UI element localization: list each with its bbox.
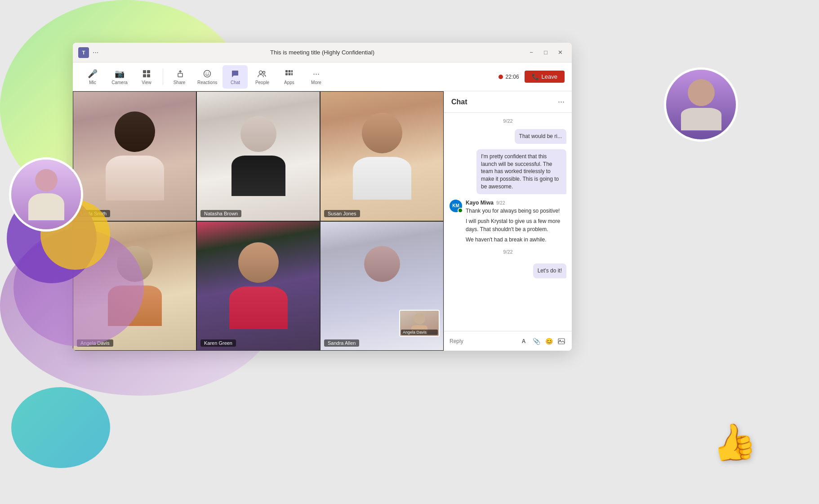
chat-bubble-3: Let's do it!	[533, 263, 566, 278]
kayo-meta: Kayo Miwa 9/22	[466, 200, 566, 206]
leave-phone-icon: 📞	[532, 73, 539, 80]
toolbar-apps[interactable]: Apps	[276, 65, 302, 89]
window-controls: − □ ✕	[525, 46, 566, 59]
image-icon[interactable]	[556, 336, 566, 346]
kayo-text-1: Thank you for always being so positive!	[466, 207, 566, 215]
toolbar-camera[interactable]: 📷 Camera	[107, 65, 132, 89]
toolbar-view[interactable]: View	[134, 65, 159, 89]
chat-msg-right-3: Let's do it!	[450, 263, 566, 278]
teams-logo: T	[78, 47, 89, 58]
toolbar-mic[interactable]: 🎤 Mic	[80, 65, 105, 89]
toolbar-share[interactable]: Share	[167, 65, 192, 89]
reactions-icon	[202, 68, 213, 79]
chat-icon	[230, 68, 240, 79]
chat-msg-right-2: I'm pretty confident that this launch wi…	[450, 149, 566, 194]
share-label: Share	[174, 80, 186, 85]
chat-bubble-2: I'm pretty confident that this launch wi…	[476, 149, 566, 194]
chat-reply-input[interactable]	[450, 338, 517, 344]
more-reply-icon[interactable]: ···	[569, 336, 572, 346]
more-icon: ···	[311, 68, 321, 79]
title-bar-dots[interactable]: ···	[93, 49, 98, 57]
kayo-online-badge	[458, 208, 463, 213]
svg-rect-12	[291, 70, 293, 72]
kayo-time: 9/22	[496, 201, 505, 205]
apps-label: Apps	[284, 80, 294, 85]
video-cell-susan: Susan Jones	[320, 91, 444, 221]
chat-more-button[interactable]: ···	[558, 97, 565, 107]
svg-rect-2	[143, 74, 146, 77]
chat-date-2: 9/22	[450, 249, 566, 254]
minimize-button[interactable]: −	[525, 46, 538, 59]
chat-reply-bar: A 📎 😊 ···	[444, 331, 572, 351]
svg-rect-11	[289, 70, 291, 72]
reactions-label: Reactions	[197, 80, 217, 85]
leave-label: Leave	[542, 73, 557, 80]
toolbar-more[interactable]: ··· More	[303, 65, 329, 89]
mic-icon: 🎤	[87, 68, 98, 79]
chat-bubble-1: That would be ri...	[515, 129, 566, 144]
svg-point-9	[263, 71, 265, 74]
video-cell-sandra: Angela Davis Sandra Allen	[320, 221, 444, 351]
share-icon	[174, 68, 185, 79]
recording-timer: 22:06	[506, 74, 519, 80]
view-icon	[141, 68, 152, 79]
svg-rect-10	[285, 70, 288, 72]
teams-window: T ··· This is meeting title (Highly Conf…	[73, 43, 572, 351]
attach-icon[interactable]: 📎	[531, 336, 541, 346]
video-cell-linda: Linda Smith	[73, 91, 196, 221]
toolbar-separator	[163, 69, 163, 85]
svg-rect-15	[291, 73, 293, 76]
view-label: View	[142, 80, 151, 85]
toolbar: 🎤 Mic 📷 Camera View	[73, 62, 572, 91]
format-icon[interactable]: A	[519, 336, 529, 346]
label-sandra: Sandra Allen	[324, 339, 359, 347]
window-title: This is meeting title (Highly Confidenti…	[270, 49, 374, 56]
apps-icon	[284, 68, 294, 79]
maximize-button[interactable]: □	[539, 46, 552, 59]
angela-davis-thumbnail: Angela Davis	[399, 310, 440, 337]
kayo-text-3: We haven't had a break in awhile.	[466, 236, 566, 244]
camera-icon: 📷	[114, 68, 125, 79]
toolbar-chat[interactable]: Chat	[223, 65, 248, 89]
emoji-icon[interactable]: 😊	[544, 336, 554, 346]
chat-panel: Chat ··· 9/22 That would be ri... I'm pr…	[444, 91, 572, 351]
video-cell-karen: Karen Green	[196, 221, 320, 351]
content-area: Linda Smith Natasha Brown	[73, 91, 572, 351]
svg-rect-4	[178, 73, 182, 77]
label-susan: Susan Jones	[324, 210, 360, 217]
chat-msg-right-1: That would be ri...	[450, 129, 566, 144]
right-avatar-circle	[664, 67, 738, 142]
label-natasha: Natasha Brown	[200, 210, 241, 217]
thumbnail-label: Angela Davis	[401, 330, 438, 335]
toolbar-people[interactable]: People	[249, 65, 275, 89]
chat-label: Chat	[231, 80, 240, 85]
svg-point-5	[204, 71, 211, 77]
chat-date-1: 9/22	[450, 118, 566, 124]
kayo-avatar: KM	[450, 200, 462, 212]
camera-label: Camera	[111, 80, 128, 85]
mic-label: Mic	[89, 80, 96, 85]
svg-point-7	[208, 73, 209, 74]
reply-actions: A 📎 😊 ···	[519, 336, 572, 346]
leave-button[interactable]: 📞 Leave	[525, 71, 565, 83]
chat-title: Chat	[451, 98, 558, 106]
meeting-controls: 22:06 📞 Leave	[499, 71, 565, 83]
svg-point-6	[206, 73, 207, 74]
recording-dot	[499, 75, 503, 79]
toolbar-reactions[interactable]: Reactions	[194, 65, 221, 89]
kayo-name: Kayo Miwa	[466, 200, 494, 206]
svg-point-8	[259, 71, 263, 74]
thumbs-up-emoji: 👍	[708, 418, 760, 467]
svg-rect-0	[143, 70, 146, 73]
close-button[interactable]: ✕	[554, 46, 566, 59]
kayo-message-content: Kayo Miwa 9/22 Thank you for always bein…	[466, 200, 566, 244]
svg-rect-14	[289, 73, 291, 76]
chat-header: Chat ···	[444, 91, 572, 113]
svg-rect-13	[285, 73, 288, 76]
people-label: People	[255, 80, 269, 85]
chat-messages[interactable]: 9/22 That would be ri... I'm pretty conf…	[444, 113, 572, 331]
chat-msg-kayo: KM Kayo Miwa 9/22 Thank you for always b…	[450, 200, 566, 244]
label-karen: Karen Green	[200, 339, 236, 347]
logo-text: T	[82, 50, 85, 55]
svg-rect-1	[147, 70, 150, 73]
